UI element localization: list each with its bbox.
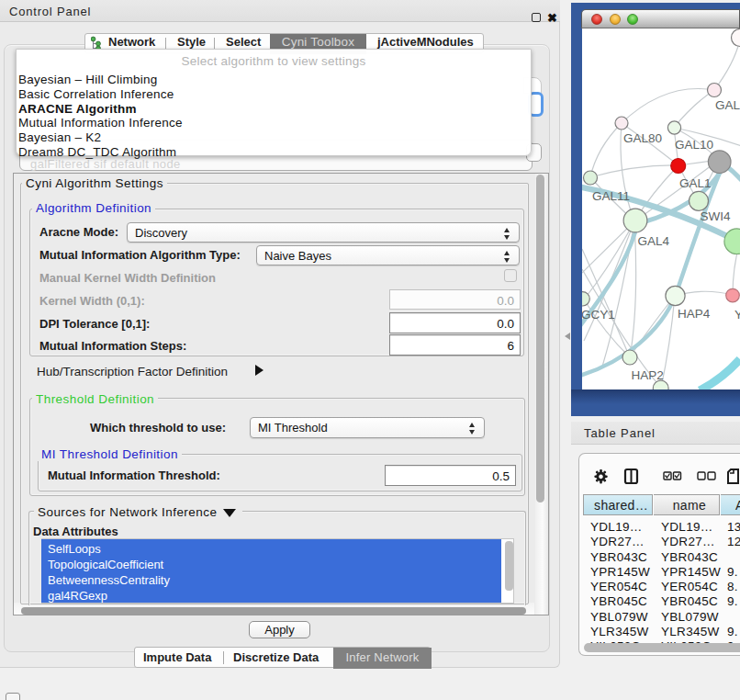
svg-text:HAP2: HAP2	[632, 368, 664, 382]
svg-text:Y: Y	[734, 308, 740, 322]
svg-text:SWI4: SWI4	[701, 209, 731, 223]
svg-text:GAL80: GAL80	[623, 131, 662, 145]
svg-text:GAL11: GAL11	[592, 189, 630, 203]
svg-text:GAL7: GAL7	[715, 98, 740, 112]
svg-text:GCY1: GCY1	[582, 308, 615, 322]
svg-text:GAL10: GAL10	[675, 138, 713, 152]
svg-text:GAL4: GAL4	[638, 234, 670, 248]
svg-text:HAP4: HAP4	[678, 307, 711, 321]
svg-text:GAL1: GAL1	[679, 176, 712, 190]
